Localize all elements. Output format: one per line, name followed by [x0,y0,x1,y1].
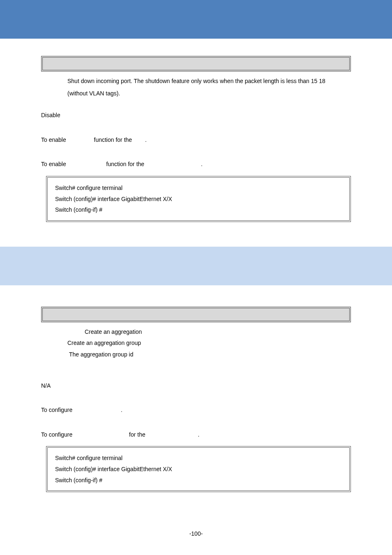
usage-line-top: To enable function for the . [41,136,351,144]
default-value-bottom: N/A [41,382,351,390]
parameter-block: Create an aggregation Create an aggregat… [41,328,351,359]
section-banner [0,247,392,285]
param-line: Create an aggregation group [67,339,351,347]
usage-line-bottom: To configure . [41,406,351,414]
page-number: -100- [0,530,392,537]
example-end: . [201,161,203,167]
syntax-box-bottom [41,307,351,322]
param-line: Create an aggregation [85,328,351,336]
example-box-top: Switch# configure terminal Switch (confi… [46,176,351,222]
example-prefix: To configure [41,431,72,438]
cli-line: Switch (config)# interface GigabitEthern… [55,464,342,475]
example-sentence-top: To enable function for the . [41,160,351,169]
default-value-top: Disable [41,111,351,120]
shutdown-desc-line1: Shut down incoming port. The shutdown fe… [67,77,351,86]
content-area-2: Create an aggregation Create an aggregat… [0,307,392,492]
cli-line: Switch (config-if) # [55,475,342,486]
page: Shut down incoming port. The shutdown fe… [0,0,392,555]
header-banner [0,0,392,39]
usage-prefix: To enable [41,136,66,143]
usage-end: . [145,136,147,143]
usage-end: . [121,407,122,413]
param-line: The aggregation group id [69,351,351,359]
example-prefix: To enable [41,161,66,167]
cli-line: Switch (config-if) # [55,204,342,215]
cli-line: Switch# configure terminal [55,183,342,194]
shutdown-desc-line2: (without VLAN tags). [67,90,351,98]
example-sentence-bottom: To configure for the . [41,431,351,439]
cli-line: Switch (config)# interface GigabitEthern… [55,194,342,205]
usage-prefix: To configure [41,407,72,413]
syntax-box-top [41,56,351,72]
example-mid: for the [129,431,145,438]
cli-line: Switch# configure terminal [55,453,342,464]
example-end: . [198,431,200,438]
content-area: Shut down incoming port. The shutdown fe… [0,56,392,222]
description-block: Shut down incoming port. The shutdown fe… [67,77,351,97]
usage-mid: function for the [94,136,132,143]
example-mid: function for the [106,161,145,167]
example-box-bottom: Switch# configure terminal Switch (confi… [46,446,351,492]
